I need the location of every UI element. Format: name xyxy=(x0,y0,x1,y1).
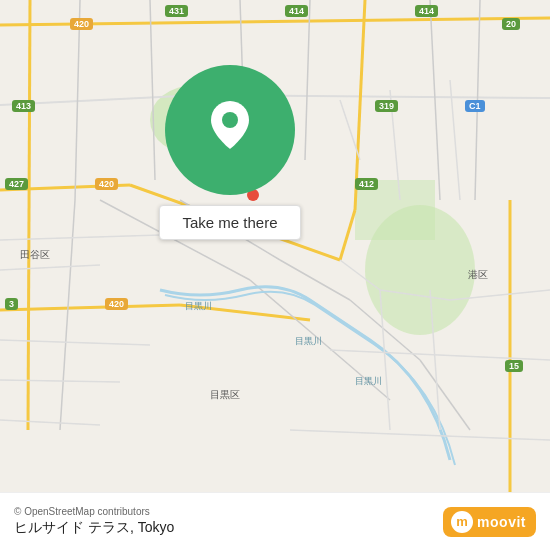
road-number-412: 412 xyxy=(355,178,378,190)
district-setagaya: 田谷区 xyxy=(20,248,50,262)
copyright-text: © OpenStreetMap contributors xyxy=(14,506,174,517)
road-number-414-2: 414 xyxy=(415,5,438,17)
svg-line-33 xyxy=(340,100,360,160)
road-number-414-1: 414 xyxy=(285,5,308,17)
map-popup: Take me there xyxy=(130,60,330,245)
river-meguro-1: 目黒川 xyxy=(185,300,212,313)
map-container: 420 431 414 414 20 413 319 C1 427 420 41… xyxy=(0,0,550,550)
svg-line-19 xyxy=(430,0,440,200)
moovit-logo: m moovit xyxy=(443,507,536,537)
bottom-bar: © OpenStreetMap contributors ヒルサイド テラス, … xyxy=(0,492,550,550)
svg-line-10 xyxy=(28,0,30,430)
road-number-3: 3 xyxy=(5,298,18,310)
svg-line-27 xyxy=(420,360,470,430)
road-number-319: 319 xyxy=(375,100,398,112)
take-me-there-button[interactable]: Take me there xyxy=(159,205,300,240)
svg-line-14 xyxy=(75,0,80,200)
svg-line-41 xyxy=(330,350,550,360)
location-circle xyxy=(165,65,295,195)
svg-line-32 xyxy=(0,420,100,425)
district-minato: 港区 xyxy=(468,268,488,282)
river-meguro-3: 目黒川 xyxy=(355,375,382,388)
road-number-c1: C1 xyxy=(465,100,485,112)
road-number-431: 431 xyxy=(165,5,188,17)
place-name: ヒルサイド テラス, Tokyo xyxy=(14,519,174,537)
location-pin-icon xyxy=(211,101,249,156)
svg-line-8 xyxy=(0,305,180,310)
svg-line-29 xyxy=(0,265,100,270)
road-number-15: 15 xyxy=(505,360,523,372)
road-number-420-2: 420 xyxy=(95,178,118,190)
road-number-413: 413 xyxy=(12,100,35,112)
district-meguro: 目黒区 xyxy=(210,388,240,402)
svg-point-44 xyxy=(222,112,238,128)
road-number-20: 20 xyxy=(502,18,520,30)
road-number-420-3: 420 xyxy=(105,298,128,310)
svg-line-15 xyxy=(60,200,75,430)
moovit-logo-text: moovit xyxy=(477,514,526,530)
moovit-m-icon: m xyxy=(451,511,473,533)
river-meguro-2: 目黒川 xyxy=(295,335,322,348)
road-number-427: 427 xyxy=(5,178,28,190)
svg-line-30 xyxy=(0,340,150,345)
svg-line-13 xyxy=(340,210,355,260)
svg-line-31 xyxy=(0,380,120,382)
road-number-420-1: 420 xyxy=(70,18,93,30)
